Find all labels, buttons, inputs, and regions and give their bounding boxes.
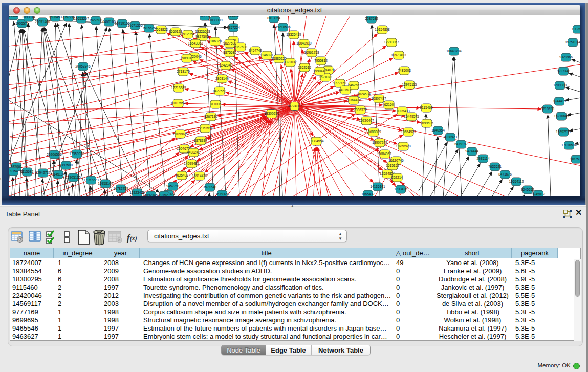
svg-text:16210643: 16210643 (554, 114, 569, 118)
svg-text:15885220: 15885220 (271, 57, 287, 60)
svg-text:20364436: 20364436 (346, 98, 361, 102)
svg-text:9777169: 9777169 (333, 81, 346, 85)
svg-text:16033809: 16033809 (207, 18, 223, 22)
svg-text:17359928: 17359928 (69, 152, 84, 156)
svg-text:10107552: 10107552 (170, 101, 186, 105)
svg-text:15751074: 15751074 (565, 40, 580, 44)
svg-text:7625402: 7625402 (175, 173, 188, 177)
svg-text:2867608: 2867608 (234, 45, 247, 49)
svg-text:2093814: 2093814 (22, 16, 35, 19)
svg-text:1527602: 1527602 (89, 18, 102, 22)
svg-text:3875685: 3875685 (223, 51, 236, 54)
svg-text:10688809: 10688809 (366, 130, 381, 134)
svg-text:12975115: 12975115 (402, 83, 417, 86)
svg-text:3267130: 3267130 (204, 115, 217, 118)
svg-text:19218506: 19218506 (275, 25, 291, 29)
svg-text:9397588: 9397588 (59, 163, 73, 167)
svg-text:9227342: 9227342 (557, 69, 570, 73)
svg-text:1244415: 1244415 (553, 99, 566, 103)
svg-text:9457791: 9457791 (166, 184, 180, 188)
svg-text:1112543: 1112543 (572, 27, 580, 31)
svg-text:2087682: 2087682 (365, 17, 378, 20)
svg-text:9115460: 9115460 (420, 106, 433, 110)
svg-text:9245012: 9245012 (532, 192, 545, 196)
svg-text:12213389: 12213389 (171, 86, 186, 90)
svg-text:6479197: 6479197 (454, 142, 468, 146)
svg-text:16914479: 16914479 (192, 174, 207, 178)
svg-text:881305: 881305 (228, 16, 239, 17)
svg-text:1640954: 1640954 (431, 128, 445, 132)
svg-text:1065437: 1065437 (361, 192, 375, 196)
svg-text:12905135: 12905135 (66, 176, 81, 179)
svg-text:10025433: 10025433 (395, 109, 410, 113)
svg-text:98901: 98901 (182, 56, 192, 60)
svg-text:3624534: 3624534 (357, 92, 371, 96)
svg-text:15692971: 15692971 (556, 130, 571, 134)
svg-text:1621072: 1621072 (319, 75, 332, 79)
svg-text:10807487: 10807487 (371, 97, 386, 100)
svg-text:10973493: 10973493 (391, 53, 406, 57)
svg-text:1362615: 1362615 (298, 65, 311, 69)
svg-text:16671355: 16671355 (127, 24, 143, 27)
svg-text:12942737: 12942737 (35, 171, 51, 174)
svg-text:16154808: 16154808 (375, 28, 390, 31)
svg-text:9684067: 9684067 (378, 152, 391, 156)
svg-text:8186328: 8186328 (208, 39, 222, 43)
svg-text:3215955: 3215955 (541, 107, 554, 111)
svg-text:317006: 317006 (210, 102, 221, 106)
svg-text:10653267: 10653267 (74, 17, 89, 20)
svg-text:2935114: 2935114 (476, 157, 490, 160)
svg-text:1733426: 1733426 (394, 187, 407, 191)
svg-text:7357211: 7357211 (62, 16, 75, 19)
svg-text:9242848: 9242848 (219, 63, 232, 67)
svg-text:18907249: 18907249 (372, 141, 387, 144)
svg-text:9827503: 9827503 (195, 35, 209, 38)
svg-text:7663822: 7663822 (155, 28, 168, 31)
svg-text:8813054: 8813054 (267, 16, 280, 20)
svg-text:7955812: 7955812 (314, 59, 328, 62)
svg-text:9827508: 9827508 (223, 41, 236, 45)
svg-text:8454749: 8454749 (249, 49, 262, 52)
svg-text:16543362: 16543362 (188, 41, 203, 45)
svg-text:18724007: 18724007 (287, 104, 302, 108)
svg-text:19166825: 19166825 (172, 132, 188, 136)
svg-text:7485003: 7485003 (398, 69, 411, 72)
svg-text:2803144: 2803144 (215, 77, 229, 80)
svg-text:12213967: 12213967 (384, 40, 399, 44)
svg-text:10654112: 10654112 (509, 180, 524, 183)
svg-text:8427552: 8427552 (213, 89, 226, 93)
svg-text:20206536: 20206536 (47, 152, 62, 156)
svg-text:1615152: 1615152 (386, 164, 399, 167)
svg-text:18300295: 18300295 (264, 112, 279, 115)
svg-text:9152: 9152 (161, 193, 168, 196)
svg-text:16449575: 16449575 (404, 115, 419, 118)
svg-text:9699695: 9699695 (420, 121, 433, 125)
svg-text:12923468: 12923468 (129, 191, 145, 194)
svg-text:7515526: 7515526 (142, 26, 156, 30)
svg-text:20053346: 20053346 (75, 64, 91, 68)
svg-text:17957223: 17957223 (83, 178, 99, 182)
svg-text:1905571: 1905571 (15, 21, 29, 25)
svg-text:18640910: 18640910 (296, 41, 312, 45)
svg-text:15720407: 15720407 (359, 119, 374, 122)
svg-text:1209383: 1209383 (553, 83, 567, 87)
svg-text:4498242: 4498242 (187, 150, 200, 154)
svg-text:7357224: 7357224 (227, 26, 240, 29)
svg-text:6497508: 6497508 (339, 88, 352, 92)
svg-text:10958107: 10958107 (98, 182, 113, 185)
svg-text:8322037: 8322037 (284, 60, 297, 64)
svg-text:8912954: 8912954 (181, 32, 194, 36)
svg-text:9245652: 9245652 (521, 188, 534, 191)
svg-text:160338: 160338 (199, 16, 210, 18)
svg-text:1679324: 1679324 (215, 192, 229, 196)
svg-text:1167533: 1167533 (570, 157, 580, 161)
svg-text:9329966: 9329966 (559, 55, 573, 59)
svg-text:13325419: 13325419 (286, 33, 301, 36)
svg-text:16961758: 16961758 (304, 51, 319, 54)
svg-text:1990443: 1990443 (313, 69, 326, 73)
svg-text:6466160: 6466160 (102, 20, 116, 24)
svg-text:16782759: 16782759 (113, 187, 128, 190)
svg-text:1571648: 1571648 (203, 185, 216, 189)
svg-text:14099485: 14099485 (184, 162, 199, 165)
svg-text:8938923: 8938923 (444, 135, 457, 139)
